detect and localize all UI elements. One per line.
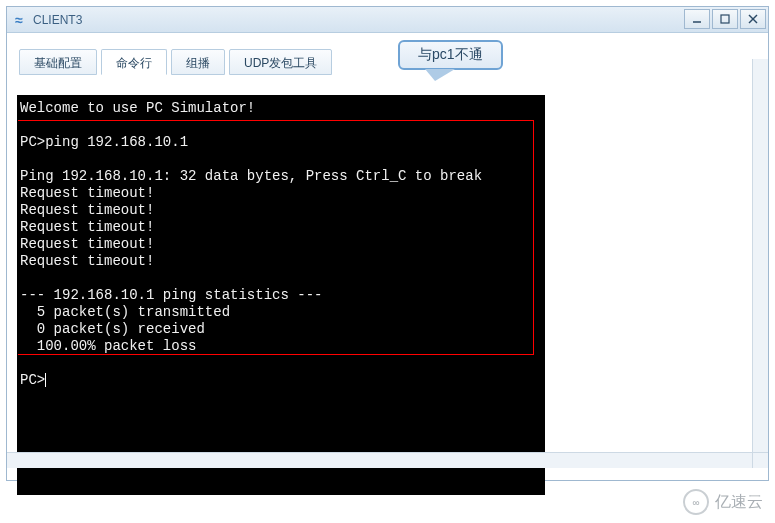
terminal-line: Request timeout! [20, 253, 154, 269]
app-window: ≈ CLIENT3 基础配置 命令行 组播 UDP发包工具 Welcome to… [6, 6, 769, 481]
terminal-prompt: PC> [20, 372, 45, 388]
terminal-line: Request timeout! [20, 236, 154, 252]
svg-rect-1 [721, 15, 729, 23]
maximize-button[interactable] [712, 9, 738, 29]
terminal-line: 5 packet(s) transmitted [20, 304, 230, 320]
terminal-line: 100.00% packet loss [20, 338, 196, 354]
tab-multicast[interactable]: 组播 [171, 49, 225, 75]
terminal-line: Welcome to use PC Simulator! [20, 100, 255, 116]
vertical-scrollbar[interactable] [752, 59, 768, 452]
window-controls [682, 9, 766, 29]
terminal-line: Request timeout! [20, 185, 154, 201]
terminal[interactable]: Welcome to use PC Simulator! PC>ping 192… [17, 95, 545, 495]
watermark-icon: ∞ [683, 489, 709, 515]
close-button[interactable] [740, 9, 766, 29]
terminal-line: Request timeout! [20, 202, 154, 218]
cursor-icon [45, 373, 46, 387]
tab-bar: 基础配置 命令行 组播 UDP发包工具 [7, 33, 768, 75]
horizontal-scrollbar[interactable] [7, 452, 752, 468]
titlebar[interactable]: ≈ CLIENT3 [7, 7, 768, 33]
terminal-line: 0 packet(s) received [20, 321, 205, 337]
window-title: CLIENT3 [33, 13, 82, 27]
app-icon: ≈ [11, 12, 27, 28]
terminal-line: --- 192.168.10.1 ping statistics --- [20, 287, 322, 303]
terminal-line: Ping 192.168.10.1: 32 data bytes, Press … [20, 168, 482, 184]
terminal-line: Request timeout! [20, 219, 154, 235]
scrollbar-corner [752, 452, 768, 468]
terminal-line: PC>ping 192.168.10.1 [20, 134, 188, 150]
client-area: 基础配置 命令行 组播 UDP发包工具 Welcome to use PC Si… [7, 33, 768, 480]
watermark-text: 亿速云 [715, 492, 763, 513]
tab-basic-config[interactable]: 基础配置 [19, 49, 97, 75]
watermark: ∞ 亿速云 [683, 489, 763, 515]
tab-udp-tool[interactable]: UDP发包工具 [229, 49, 332, 75]
tab-cli[interactable]: 命令行 [101, 49, 167, 75]
minimize-button[interactable] [684, 9, 710, 29]
